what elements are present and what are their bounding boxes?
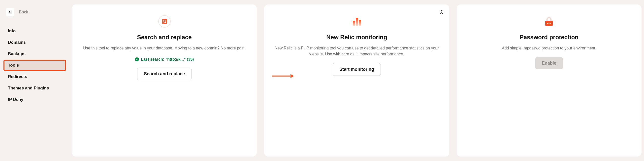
svg-point-13 bbox=[547, 23, 548, 24]
sidebar-item-domains[interactable]: Domains bbox=[5, 37, 64, 48]
sidebar-item-label: Domains bbox=[8, 40, 26, 45]
sidebar-item-label: Themes and Plugins bbox=[8, 86, 49, 90]
svg-point-14 bbox=[549, 23, 550, 24]
card-password-protection: Password protection Add simple .htpasswd… bbox=[457, 5, 642, 156]
sidebar-item-label: IP Deny bbox=[8, 97, 23, 102]
card-title: New Relic monitoring bbox=[326, 34, 387, 41]
search-replace-button[interactable]: Search and replace bbox=[137, 68, 192, 80]
chart-bars-icon bbox=[350, 15, 364, 28]
arrow-annotation-icon bbox=[272, 74, 294, 78]
back-arrow-icon bbox=[6, 8, 14, 16]
back-label: Back bbox=[19, 10, 28, 15]
button-label: Enable bbox=[542, 61, 556, 66]
start-monitoring-button[interactable]: Start monitoring bbox=[333, 63, 381, 76]
sidebar-item-redirects[interactable]: Redirects bbox=[5, 71, 64, 82]
sidebar-nav: Info Domains Backups Tools Redirects The… bbox=[5, 25, 64, 105]
card-description: Use this tool to replace any value in yo… bbox=[83, 45, 246, 51]
card-new-relic: New Relic monitoring New Relic is a PHP … bbox=[264, 5, 449, 156]
help-icon[interactable] bbox=[439, 10, 444, 15]
svg-point-8 bbox=[441, 13, 442, 13]
main-content: Search and replace Use this tool to repl… bbox=[70, 0, 644, 161]
button-label: Start monitoring bbox=[339, 67, 374, 72]
card-description: New Relic is a PHP monitoring tool you c… bbox=[272, 45, 441, 57]
check-circle-icon bbox=[135, 57, 139, 61]
last-search-status: Last search: "http://k..." (35) bbox=[135, 57, 194, 62]
sidebar-item-themes-plugins[interactable]: Themes and Plugins bbox=[5, 82, 64, 94]
sidebar-item-label: Tools bbox=[8, 63, 19, 68]
back-button[interactable]: Back bbox=[5, 7, 29, 17]
sidebar: Back Info Domains Backups Tools Redirect… bbox=[0, 0, 70, 161]
sidebar-item-label: Backups bbox=[8, 51, 26, 56]
svg-point-15 bbox=[550, 23, 552, 24]
card-search-replace: Search and replace Use this tool to repl… bbox=[72, 5, 257, 156]
status-text: Last search: "http://k..." (35) bbox=[141, 57, 194, 62]
enable-button[interactable]: Enable bbox=[535, 57, 563, 69]
button-label: Search and replace bbox=[144, 71, 185, 76]
search-replace-icon bbox=[158, 15, 172, 28]
svg-rect-11 bbox=[359, 20, 361, 26]
svg-rect-4 bbox=[162, 19, 167, 24]
sidebar-item-label: Info bbox=[8, 29, 16, 33]
sidebar-item-backups[interactable]: Backups bbox=[5, 48, 64, 60]
svg-rect-9 bbox=[353, 21, 355, 26]
svg-rect-10 bbox=[356, 18, 358, 26]
sidebar-item-ip-deny[interactable]: IP Deny bbox=[5, 94, 64, 105]
sidebar-item-tools[interactable]: Tools bbox=[4, 60, 66, 71]
svg-marker-2 bbox=[170, 21, 172, 22]
sidebar-item-label: Redirects bbox=[8, 74, 27, 79]
card-description: Add simple .htpasswd protection to your … bbox=[502, 45, 596, 51]
svg-marker-3 bbox=[158, 21, 159, 22]
card-title: Search and replace bbox=[137, 34, 192, 41]
sidebar-item-info[interactable]: Info bbox=[5, 25, 64, 37]
card-title: Password protection bbox=[520, 34, 578, 41]
lock-icon bbox=[542, 15, 556, 28]
